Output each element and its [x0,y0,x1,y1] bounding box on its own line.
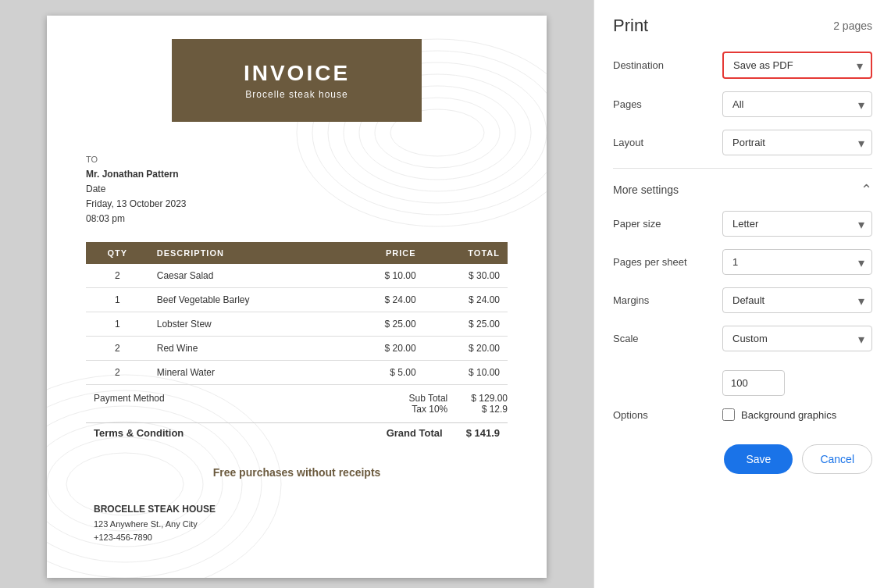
cell-total: $ 30.00 [424,264,508,288]
print-title: Print [613,16,648,36]
tax-value: $ 12.9 [471,404,508,415]
chevron-up-icon: ⌃ [861,181,872,198]
invoice-body: TO Mr. Jonathan Pattern Date Friday, 13 … [47,122,547,561]
pages-control: All [722,91,872,117]
summary-right: Sub Total Tax 10% $ 129.00 $ 12.9 [408,393,508,415]
paper-size-select[interactable]: Letter [722,211,872,237]
summary-values: $ 129.00 $ 12.9 [471,393,508,415]
table-row: 2 Red Wine $ 20.00 $ 20.00 [86,337,508,361]
invoice-content: INVOICE Brocelle steak house TO Mr. Jona… [47,39,547,561]
pages-select[interactable]: All [722,91,872,117]
invoice-summary: Payment Method Sub Total Tax 10% $ 129.0… [86,393,508,415]
cell-description: Red Wine [149,337,341,361]
more-settings-label: More settings [613,184,679,196]
tax-label: Tax 10% [408,404,447,415]
cell-qty: 1 [86,288,149,312]
paper-size-row: Paper size Letter [613,211,872,237]
background-graphics-wrapper: Background graphics [722,408,872,421]
company-phone: +123-456-7890 [94,531,508,545]
margins-row: Margins Default [613,287,872,313]
footer-info: BROCELLE STEAK HOUSE 123 Anywhere St., A… [86,502,508,544]
scale-input[interactable]: 100 [722,370,785,396]
layout-label: Layout [613,137,722,148]
col-qty: QTY [86,242,149,264]
col-total: TOTAL [424,242,508,264]
more-settings-row[interactable]: More settings ⌃ [613,181,872,198]
date-label: Date [86,182,508,197]
table-header-row: QTY DESCRIPTION PRICE TOTAL [86,242,508,264]
pages-row: Pages All [613,91,872,117]
margins-label: Margins [613,294,722,306]
layout-select-wrapper[interactable]: Portrait [722,130,872,155]
cell-price: $ 20.00 [340,337,423,361]
scale-control: Custom [722,326,872,351]
scale-label: Scale [613,333,722,344]
invoice-title: INVOICE [187,61,406,86]
table-row: 2 Mineral Water $ 5.00 $ 10.00 [86,361,508,385]
footer-buttons: Save Cancel [613,444,872,482]
options-control: Background graphics [722,408,872,421]
pages-per-sheet-select[interactable]: 1 [722,249,872,275]
pages-per-sheet-row: Pages per sheet 1 [613,249,872,275]
paper-size-label: Paper size [613,218,722,230]
background-graphics-checkbox[interactable] [722,408,735,421]
settings-header: Print 2 pages [613,16,872,36]
free-purchases-text: Free purchases without receipts [94,466,500,479]
destination-select-wrapper[interactable]: Save as PDF [722,52,872,79]
to-label: TO [86,153,508,167]
margins-control: Default [722,287,872,313]
cell-price: $ 24.00 [340,288,423,312]
background-graphics-label[interactable]: Background graphics [741,409,836,421]
cell-qty: 2 [86,337,149,361]
cell-price: $ 10.00 [340,264,423,288]
layout-select[interactable]: Portrait [722,130,872,155]
pages-per-sheet-select-wrapper[interactable]: 1 [722,249,872,275]
cancel-button[interactable]: Cancel [802,444,872,474]
company-name: BROCELLE STEAK HOUSE [94,502,508,517]
scale-select[interactable]: Custom [722,326,872,351]
cell-qty: 1 [86,312,149,337]
col-price: PRICE [340,242,423,264]
cell-total: $ 20.00 [424,337,508,361]
cell-description: Mineral Water [149,361,341,385]
pages-per-sheet-control: 1 [722,249,872,275]
cell-description: Beef Vegetable Barley [149,288,341,312]
date-value: Friday, 13 October 2023 [86,197,508,212]
cell-qty: 2 [86,264,149,288]
invoice-subtitle: Brocelle steak house [187,89,406,100]
options-label: Options [613,409,722,421]
options-row: Options Background graphics [613,408,872,421]
destination-select[interactable]: Save as PDF [724,53,871,77]
margins-select-wrapper[interactable]: Default [722,287,872,313]
paper-size-select-wrapper[interactable]: Letter [722,211,872,237]
sub-total-value: $ 129.00 [471,393,508,404]
layout-row: Layout Portrait [613,130,872,155]
to-name: Mr. Jonathan Pattern [86,167,508,182]
invoice-to: TO Mr. Jonathan Pattern Date Friday, 13 … [86,153,508,226]
destination-control: Save as PDF [722,52,872,79]
invoice-header: INVOICE Brocelle steak house [172,39,422,122]
time-value: 08:03 pm [86,212,508,226]
col-description: DESCRIPTION [149,242,341,264]
cell-price: $ 25.00 [340,312,423,337]
table-row: 2 Caesar Salad $ 10.00 $ 30.00 [86,264,508,288]
sub-total-label: Sub Total [408,393,447,404]
destination-label: Destination [613,59,722,71]
settings-panel: Print 2 pages Destination Save as PDF Pa… [593,0,891,588]
layout-control: Portrait [722,130,872,155]
preview-panel: INVOICE Brocelle steak house TO Mr. Jona… [0,0,593,588]
table-row: 1 Beef Vegetable Barley $ 24.00 $ 24.00 [86,288,508,312]
save-button[interactable]: Save [724,444,793,474]
cell-total: $ 24.00 [424,288,508,312]
payment-method-label: Payment Method [86,393,165,415]
pages-per-sheet-label: Pages per sheet [613,256,722,268]
grand-total-row: Terms & Condition Grand Total $ 141.9 [86,422,508,443]
terms-label: Terms & Condition [94,427,184,439]
cell-description: Caesar Salad [149,264,341,288]
divider [613,168,872,169]
pages-select-wrapper[interactable]: All [722,91,872,117]
scale-select-wrapper[interactable]: Custom [722,326,872,351]
margins-select[interactable]: Default [722,287,872,313]
grand-total-value: $ 141.9 [466,427,500,439]
company-address: 123 Anywhere St., Any City [94,518,508,532]
